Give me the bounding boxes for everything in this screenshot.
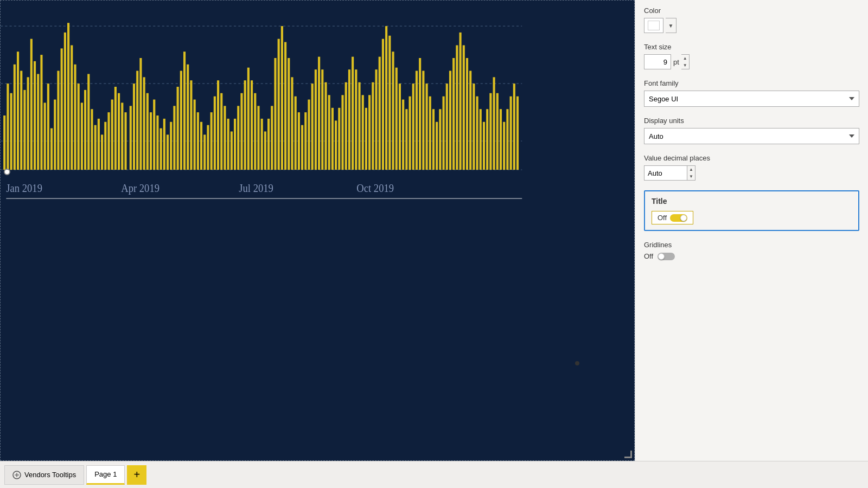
gridlines-toggle-row: Off — [644, 252, 859, 260]
page1-tab-label: Page 1 — [94, 470, 117, 478]
svg-rect-84 — [271, 106, 273, 170]
svg-rect-34 — [101, 134, 103, 170]
gridlines-toggle-thumb — [658, 253, 665, 260]
svg-rect-76 — [244, 80, 246, 170]
text-size-input[interactable] — [644, 54, 671, 69]
svg-rect-32 — [94, 125, 97, 170]
gridlines-toggle-track[interactable] — [658, 253, 675, 260]
value-decimal-down-button[interactable]: ▼ — [687, 173, 695, 180]
vendors-tab-label: Vendors Tooltips — [24, 471, 76, 479]
text-size-down-button[interactable]: ▼ — [681, 62, 689, 69]
svg-rect-116 — [379, 57, 381, 170]
svg-rect-17 — [44, 102, 46, 170]
text-size-up-button[interactable]: ▲ — [681, 55, 689, 62]
svg-rect-90 — [291, 77, 293, 170]
svg-rect-37 — [111, 100, 113, 170]
svg-rect-5 — [3, 115, 5, 170]
svg-rect-89 — [288, 58, 290, 170]
svg-rect-133 — [436, 122, 438, 170]
svg-rect-136 — [446, 84, 448, 170]
font-family-label: Font family — [644, 79, 859, 87]
svg-rect-11 — [23, 90, 25, 170]
svg-rect-85 — [274, 58, 276, 170]
svg-text:Jul 2019: Jul 2019 — [239, 182, 273, 194]
svg-rect-50 — [156, 115, 158, 170]
svg-rect-56 — [177, 87, 179, 170]
svg-rect-137 — [449, 71, 451, 170]
svg-rect-30 — [87, 74, 90, 170]
svg-rect-67 — [214, 97, 216, 170]
svg-rect-24 — [67, 23, 69, 170]
value-decimal-up-button[interactable]: ▲ — [687, 166, 695, 173]
svg-rect-69 — [220, 93, 222, 170]
resize-handle[interactable] — [624, 451, 632, 458]
svg-rect-91 — [295, 97, 297, 170]
svg-rect-42 — [130, 106, 132, 170]
svg-rect-121 — [395, 68, 398, 170]
svg-rect-150 — [493, 77, 495, 170]
svg-rect-114 — [372, 82, 374, 170]
svg-rect-120 — [392, 52, 394, 170]
svg-rect-106 — [345, 82, 347, 170]
svg-rect-124 — [405, 109, 407, 170]
svg-rect-59 — [187, 65, 189, 170]
svg-rect-0 — [1, 1, 634, 460]
svg-rect-142 — [466, 58, 468, 170]
svg-rect-54 — [170, 122, 172, 170]
svg-rect-31 — [91, 109, 93, 170]
svg-rect-79 — [254, 93, 256, 170]
svg-rect-7 — [10, 93, 12, 170]
color-dropdown-chevron[interactable]: ▼ — [666, 18, 676, 33]
svg-rect-99 — [321, 69, 323, 170]
svg-rect-68 — [217, 80, 219, 170]
value-decimal-row: ▲ ▼ — [644, 165, 859, 181]
svg-rect-93 — [301, 125, 303, 170]
title-toggle-button[interactable]: Off — [652, 211, 693, 224]
display-units-dropdown[interactable]: Auto None Thousands Millions Billions — [644, 128, 859, 144]
svg-rect-13 — [30, 39, 33, 170]
svg-rect-105 — [341, 95, 343, 170]
text-size-row: pt ▲ ▼ — [644, 54, 859, 69]
tab-page1[interactable]: Page 1 — [86, 465, 125, 485]
svg-rect-71 — [227, 119, 229, 170]
svg-rect-139 — [456, 45, 458, 170]
svg-rect-87 — [281, 26, 283, 170]
value-decimal-spinbox: ▲ ▼ — [687, 165, 695, 181]
svg-rect-62 — [197, 112, 199, 170]
svg-rect-94 — [304, 112, 307, 170]
svg-rect-25 — [71, 45, 73, 170]
svg-rect-21 — [57, 71, 59, 170]
svg-rect-23 — [64, 33, 66, 170]
svg-rect-88 — [284, 42, 286, 170]
svg-rect-100 — [324, 82, 327, 170]
svg-rect-156 — [513, 84, 515, 170]
svg-rect-132 — [432, 109, 435, 170]
scroll-handle[interactable] — [4, 169, 10, 175]
svg-rect-118 — [385, 26, 387, 170]
svg-rect-146 — [480, 109, 482, 170]
font-family-dropdown[interactable]: Segoe UI Arial Calibri Times New Roman — [644, 91, 859, 107]
gridlines-label: Gridlines — [644, 241, 859, 249]
svg-rect-83 — [267, 119, 270, 170]
svg-rect-92 — [298, 112, 300, 170]
svg-rect-19 — [50, 129, 53, 170]
svg-rect-9 — [17, 52, 19, 170]
svg-rect-126 — [412, 84, 414, 170]
svg-rect-98 — [318, 57, 320, 170]
svg-rect-77 — [247, 68, 250, 170]
svg-rect-12 — [27, 77, 29, 170]
svg-rect-127 — [416, 71, 418, 170]
tab-add-button[interactable]: + — [127, 465, 146, 485]
svg-rect-96 — [311, 84, 314, 170]
value-decimal-input[interactable] — [644, 165, 687, 181]
value-decimal-label: Value decimal places — [644, 154, 859, 162]
svg-rect-74 — [237, 106, 239, 170]
svg-rect-70 — [224, 106, 226, 170]
svg-rect-75 — [240, 93, 242, 170]
svg-rect-51 — [160, 129, 162, 170]
svg-rect-45 — [139, 58, 142, 170]
tab-vendors-tooltips[interactable]: Vendors Tooltips — [4, 465, 84, 485]
color-box[interactable] — [644, 18, 663, 33]
svg-rect-46 — [143, 77, 145, 170]
svg-rect-20 — [54, 100, 56, 170]
